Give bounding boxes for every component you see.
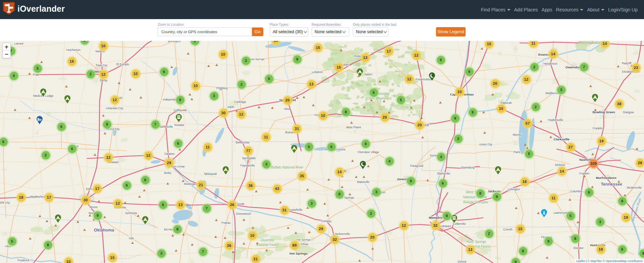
- svg-text:Muskogee: Muskogee: [184, 182, 197, 186]
- svg-text:Blytheville: Blytheville: [437, 172, 450, 175]
- svg-text:Murray: Murray: [513, 133, 522, 136]
- svg-text:Oxford: Oxford: [458, 260, 466, 263]
- svg-text:Refuge Complex: Refuge Complex: [463, 200, 488, 204]
- svg-text:Radcliff: Radcliff: [622, 62, 632, 65]
- svg-text:Elk City: Elk City: [0, 201, 10, 204]
- svg-text:Fayetteville: Fayetteville: [240, 164, 255, 167]
- svg-text:Bixby: Bixby: [164, 171, 172, 175]
- svg-text:Carthage: Carthage: [234, 100, 246, 104]
- svg-text:Bowling Green: Bowling Green: [592, 110, 615, 114]
- svg-text:Paragould: Paragould: [410, 164, 423, 168]
- svg-text:El Dorado: El Dorado: [116, 63, 129, 66]
- svg-text:Larned: Larned: [14, 42, 23, 45]
- svg-text:Seminole: Seminole: [125, 211, 137, 215]
- svg-text:Arkansas City: Arkansas City: [106, 107, 123, 110]
- svg-text:Bartlesville: Bartlesville: [159, 125, 173, 128]
- svg-text:Owasso: Owasso: [164, 152, 175, 155]
- svg-text:Coffeyville: Coffeyville: [173, 109, 186, 112]
- svg-text:Ada: Ada: [128, 237, 133, 240]
- svg-text:Henderson: Henderson: [543, 62, 557, 65]
- svg-text:Glasgow: Glasgow: [623, 111, 634, 114]
- svg-text:Memphis: Memphis: [429, 216, 442, 219]
- svg-text:Park City: Park City: [96, 64, 108, 67]
- svg-text:Springdale: Springdale: [242, 156, 256, 160]
- svg-text:Village: Village: [301, 243, 309, 246]
- svg-text:Dyersburg: Dyersburg: [461, 166, 474, 169]
- svg-text:Hutchinson: Hutchinson: [66, 48, 81, 52]
- svg-text:Moore: Moore: [90, 205, 98, 209]
- svg-text:Conway: Conway: [321, 219, 332, 223]
- svg-text:Decatur: Decatur: [574, 246, 584, 250]
- svg-text:Franklin: Franklin: [593, 127, 603, 130]
- svg-text:Poteau: Poteau: [222, 221, 231, 224]
- svg-text:Nixa: Nixa: [284, 107, 290, 111]
- svg-text:Franklin: Franklin: [579, 172, 590, 175]
- svg-text:Joplin: Joplin: [227, 105, 234, 109]
- svg-text:National Forest: National Forest: [256, 243, 279, 247]
- svg-text:Fredericktown: Fredericktown: [416, 78, 434, 81]
- svg-text:McMinnville: McMinnville: [627, 186, 642, 189]
- svg-text:Medicine Lodge: Medicine Lodge: [33, 94, 53, 97]
- svg-text:Tahlequah: Tahlequah: [204, 172, 217, 176]
- svg-text:Frederick: Frederick: [17, 259, 30, 262]
- svg-text:Holly Springs: Holly Springs: [467, 240, 486, 244]
- svg-text:Burlington: Burlington: [168, 41, 181, 43]
- svg-text:Oklahoma: Oklahoma: [94, 228, 114, 233]
- svg-text:Ouachita: Ouachita: [261, 238, 274, 242]
- svg-text:Weatherford: Weatherford: [30, 195, 46, 198]
- svg-text:Clarksville: Clarksville: [553, 137, 570, 141]
- svg-text:West Plains: West Plains: [346, 126, 361, 129]
- svg-text:Bella Vista: Bella Vista: [236, 141, 249, 144]
- svg-text:Pittsburg: Pittsburg: [216, 86, 228, 90]
- svg-text:Murfreesboro: Murfreesboro: [596, 176, 616, 180]
- svg-text:Lebanon: Lebanon: [312, 70, 323, 74]
- svg-text:Buffalo National River: Buffalo National River: [271, 166, 304, 169]
- svg-text:Collierville: Collierville: [453, 222, 466, 225]
- svg-text:Batesville: Batesville: [357, 180, 370, 184]
- svg-text:Columbia: Columbia: [570, 190, 582, 193]
- svg-text:Union City: Union City: [479, 143, 492, 146]
- svg-text:Nowata: Nowata: [174, 123, 184, 127]
- svg-text:Cherokee Village: Cherokee Village: [358, 150, 379, 154]
- svg-text:Hot Springs: Hot Springs: [289, 252, 308, 255]
- svg-text:Salem: Salem: [364, 73, 372, 76]
- svg-text:Lexington: Lexington: [508, 188, 520, 191]
- svg-text:Scenic Riverways: Scenic Riverways: [365, 96, 392, 100]
- svg-text:Hopkinsville: Hopkinsville: [548, 118, 563, 122]
- svg-text:Paris: Paris: [514, 150, 520, 154]
- svg-text:Greenwood: Greenwood: [236, 212, 251, 215]
- svg-text:Hot Springs: Hot Springs: [297, 238, 311, 241]
- svg-text:Russellville: Russellville: [288, 208, 303, 211]
- svg-text:Tennessee: Tennessee: [601, 182, 622, 187]
- svg-text:Corinth: Corinth: [503, 228, 513, 231]
